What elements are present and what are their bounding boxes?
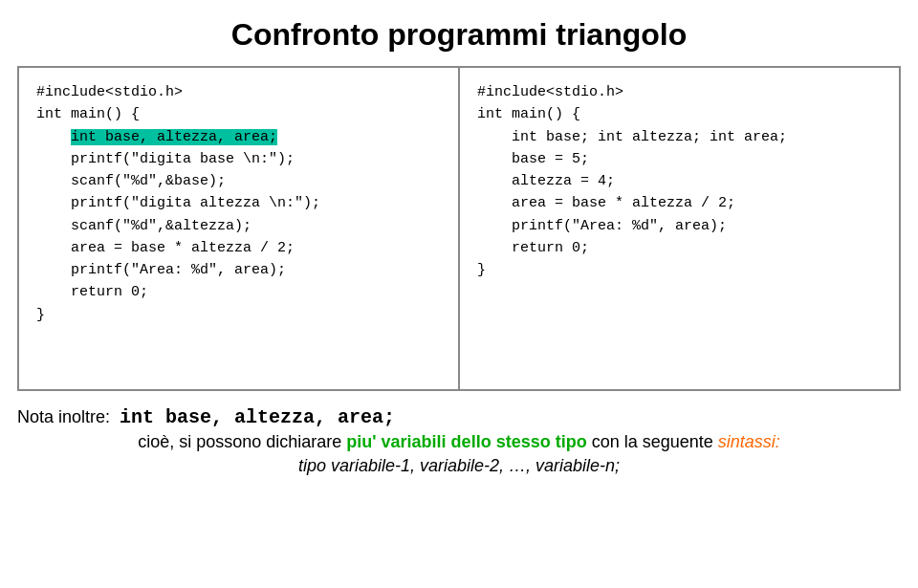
- nota-label: Nota inoltre:: [17, 407, 110, 427]
- nota-sintassi: sintassi:: [718, 432, 780, 451]
- nota-line2-before: cioè, si possono dichiarare: [138, 432, 341, 451]
- nota-green-text-content: piu' variabili dello stesso tipo: [346, 432, 586, 451]
- nota-after-text: con la seguente: [592, 432, 713, 451]
- right-code-panel: #include<stdio.h>int main() { int base; …: [460, 68, 899, 389]
- page-title: Confronto programmi triangolo: [0, 0, 918, 66]
- left-code-panel: #include<stdio.h>int main() { int base, …: [19, 68, 460, 389]
- nota-line3: tipo variabile-1, variabile-2, …, variab…: [298, 456, 620, 475]
- code-panels: #include<stdio.h>int main() { int base, …: [17, 66, 901, 391]
- nota-section: Nota inoltre: int base, altezza, area; c…: [17, 406, 901, 476]
- nota-code: int base, altezza, area;: [120, 406, 395, 428]
